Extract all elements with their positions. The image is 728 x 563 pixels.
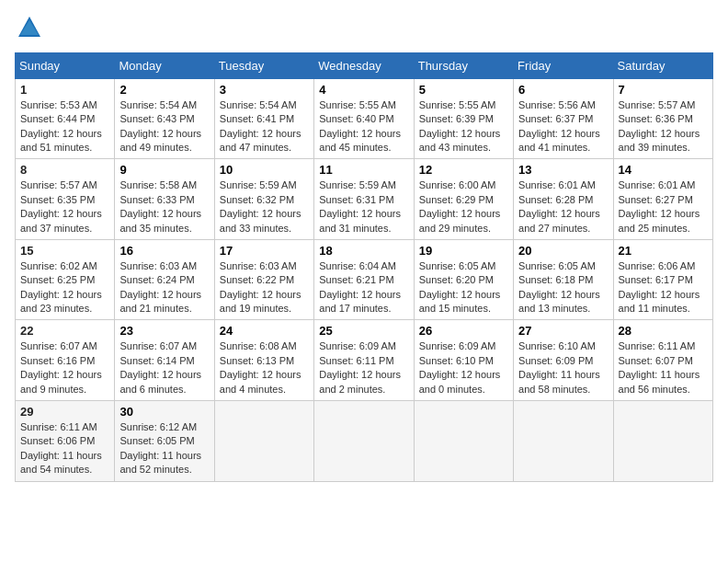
table-row: 7 Sunrise: 5:57 AM Sunset: 6:36 PM Dayli… (613, 78, 712, 159)
table-row: 8 Sunrise: 5:57 AM Sunset: 6:35 PM Dayli… (16, 159, 115, 240)
table-row (314, 401, 414, 482)
header-row: Sunday Monday Tuesday Wednesday Thursday… (16, 52, 713, 78)
table-row: 17 Sunrise: 6:03 AM Sunset: 6:22 PM Dayl… (214, 239, 313, 320)
logo (15, 15, 42, 45)
day-info: Sunrise: 6:05 AM Sunset: 6:18 PM Dayligh… (518, 259, 608, 316)
day-info: Sunrise: 5:55 AM Sunset: 6:40 PM Dayligh… (319, 98, 408, 155)
table-row: 3 Sunrise: 5:54 AM Sunset: 6:41 PM Dayli… (214, 78, 313, 159)
table-row: 20 Sunrise: 6:05 AM Sunset: 6:18 PM Dayl… (514, 239, 613, 320)
day-info: Sunrise: 6:01 AM Sunset: 6:27 PM Dayligh… (619, 178, 708, 236)
table-row (214, 401, 313, 482)
table-row: 25 Sunrise: 6:09 AM Sunset: 6:11 PM Dayl… (314, 320, 414, 401)
day-number: 1 (20, 83, 109, 97)
day-number: 26 (419, 324, 508, 338)
day-number: 13 (518, 163, 608, 177)
day-info: Sunrise: 6:07 AM Sunset: 6:16 PM Dayligh… (20, 339, 109, 396)
day-number: 12 (419, 163, 508, 177)
calendar-table: Sunday Monday Tuesday Wednesday Thursday… (15, 52, 713, 482)
day-info: Sunrise: 5:59 AM Sunset: 6:31 PM Dayligh… (319, 178, 408, 236)
table-row: 27 Sunrise: 6:10 AM Sunset: 6:09 PM Dayl… (514, 320, 613, 401)
table-row: 1 Sunrise: 5:53 AM Sunset: 6:44 PM Dayli… (16, 78, 115, 159)
day-number: 28 (619, 324, 708, 338)
day-number: 5 (419, 83, 508, 97)
col-sunday: Sunday (16, 52, 115, 78)
day-number: 8 (20, 163, 109, 177)
day-info: Sunrise: 5:57 AM Sunset: 6:35 PM Dayligh… (20, 178, 109, 236)
day-info: Sunrise: 6:11 AM Sunset: 6:07 PM Dayligh… (619, 339, 708, 396)
table-row: 5 Sunrise: 5:55 AM Sunset: 6:39 PM Dayli… (414, 78, 513, 159)
table-row: 26 Sunrise: 6:09 AM Sunset: 6:10 PM Dayl… (414, 320, 513, 401)
day-info: Sunrise: 5:58 AM Sunset: 6:33 PM Dayligh… (119, 178, 209, 236)
table-row (613, 401, 712, 482)
col-tuesday: Tuesday (214, 52, 313, 78)
table-row (414, 401, 513, 482)
table-row: 16 Sunrise: 6:03 AM Sunset: 6:24 PM Dayl… (115, 239, 214, 320)
day-info: Sunrise: 6:03 AM Sunset: 6:24 PM Dayligh… (119, 259, 209, 316)
table-row: 24 Sunrise: 6:08 AM Sunset: 6:13 PM Dayl… (214, 320, 313, 401)
day-number: 22 (20, 324, 109, 338)
table-row: 4 Sunrise: 5:55 AM Sunset: 6:40 PM Dayli… (314, 78, 414, 159)
day-number: 4 (319, 83, 408, 97)
table-row: 15 Sunrise: 6:02 AM Sunset: 6:25 PM Dayl… (16, 239, 115, 320)
day-info: Sunrise: 5:59 AM Sunset: 6:32 PM Dayligh… (220, 178, 309, 236)
day-number: 15 (20, 244, 109, 258)
day-number: 21 (619, 244, 708, 258)
day-number: 7 (619, 83, 708, 97)
day-info: Sunrise: 6:07 AM Sunset: 6:14 PM Dayligh… (119, 339, 209, 396)
day-info: Sunrise: 6:08 AM Sunset: 6:13 PM Dayligh… (220, 339, 309, 396)
calendar-row: 22 Sunrise: 6:07 AM Sunset: 6:16 PM Dayl… (16, 320, 713, 401)
day-number: 18 (319, 244, 408, 258)
col-wednesday: Wednesday (314, 52, 414, 78)
day-info: Sunrise: 6:09 AM Sunset: 6:10 PM Dayligh… (419, 339, 508, 396)
table-row: 6 Sunrise: 5:56 AM Sunset: 6:37 PM Dayli… (514, 78, 613, 159)
day-info: Sunrise: 6:10 AM Sunset: 6:09 PM Dayligh… (518, 339, 608, 396)
table-row: 18 Sunrise: 6:04 AM Sunset: 6:21 PM Dayl… (314, 239, 414, 320)
day-number: 6 (518, 83, 608, 97)
table-row: 13 Sunrise: 6:01 AM Sunset: 6:28 PM Dayl… (514, 159, 613, 240)
day-number: 19 (419, 244, 508, 258)
day-number: 29 (20, 405, 109, 419)
day-info: Sunrise: 6:04 AM Sunset: 6:21 PM Dayligh… (319, 259, 408, 316)
calendar-row: 15 Sunrise: 6:02 AM Sunset: 6:25 PM Dayl… (16, 239, 713, 320)
day-info: Sunrise: 6:12 AM Sunset: 6:05 PM Dayligh… (119, 420, 209, 477)
day-info: Sunrise: 5:53 AM Sunset: 6:44 PM Dayligh… (20, 98, 109, 155)
day-info: Sunrise: 6:05 AM Sunset: 6:20 PM Dayligh… (419, 259, 508, 316)
table-row: 19 Sunrise: 6:05 AM Sunset: 6:20 PM Dayl… (414, 239, 513, 320)
day-number: 14 (619, 163, 708, 177)
day-number: 2 (119, 83, 209, 97)
table-row: 23 Sunrise: 6:07 AM Sunset: 6:14 PM Dayl… (115, 320, 214, 401)
table-row: 14 Sunrise: 6:01 AM Sunset: 6:27 PM Dayl… (613, 159, 712, 240)
page-header (15, 15, 713, 45)
day-number: 20 (518, 244, 608, 258)
day-info: Sunrise: 5:56 AM Sunset: 6:37 PM Dayligh… (518, 98, 608, 155)
table-row: 2 Sunrise: 5:54 AM Sunset: 6:43 PM Dayli… (115, 78, 214, 159)
table-row (514, 401, 613, 482)
calendar-row: 8 Sunrise: 5:57 AM Sunset: 6:35 PM Dayli… (16, 159, 713, 240)
day-info: Sunrise: 6:02 AM Sunset: 6:25 PM Dayligh… (20, 259, 109, 316)
table-row: 12 Sunrise: 6:00 AM Sunset: 6:29 PM Dayl… (414, 159, 513, 240)
day-info: Sunrise: 5:55 AM Sunset: 6:39 PM Dayligh… (419, 98, 508, 155)
table-row: 10 Sunrise: 5:59 AM Sunset: 6:32 PM Dayl… (214, 159, 313, 240)
day-info: Sunrise: 5:54 AM Sunset: 6:43 PM Dayligh… (119, 98, 209, 155)
day-info: Sunrise: 6:06 AM Sunset: 6:17 PM Dayligh… (619, 259, 708, 316)
day-number: 23 (119, 324, 209, 338)
day-info: Sunrise: 6:09 AM Sunset: 6:11 PM Dayligh… (319, 339, 408, 396)
day-number: 16 (119, 244, 209, 258)
day-number: 24 (220, 324, 309, 338)
day-info: Sunrise: 5:54 AM Sunset: 6:41 PM Dayligh… (220, 98, 309, 155)
table-row: 11 Sunrise: 5:59 AM Sunset: 6:31 PM Dayl… (314, 159, 414, 240)
table-row: 22 Sunrise: 6:07 AM Sunset: 6:16 PM Dayl… (16, 320, 115, 401)
calendar-row: 29 Sunrise: 6:11 AM Sunset: 6:06 PM Dayl… (16, 401, 713, 482)
col-monday: Monday (115, 52, 214, 78)
day-number: 11 (319, 163, 408, 177)
day-info: Sunrise: 5:57 AM Sunset: 6:36 PM Dayligh… (619, 98, 708, 155)
table-row: 21 Sunrise: 6:06 AM Sunset: 6:17 PM Dayl… (613, 239, 712, 320)
day-info: Sunrise: 6:00 AM Sunset: 6:29 PM Dayligh… (419, 178, 508, 236)
day-number: 9 (119, 163, 209, 177)
table-row: 30 Sunrise: 6:12 AM Sunset: 6:05 PM Dayl… (115, 401, 214, 482)
day-info: Sunrise: 6:11 AM Sunset: 6:06 PM Dayligh… (20, 420, 109, 477)
day-number: 25 (319, 324, 408, 338)
day-info: Sunrise: 6:03 AM Sunset: 6:22 PM Dayligh… (220, 259, 309, 316)
logo-icon (17, 15, 42, 40)
day-info: Sunrise: 6:01 AM Sunset: 6:28 PM Dayligh… (518, 178, 608, 236)
